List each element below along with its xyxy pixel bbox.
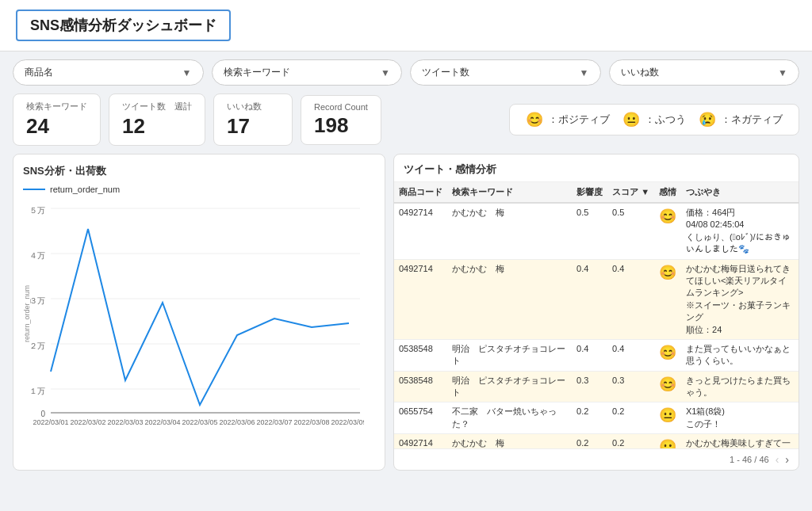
chart-container: ５万 ４万 ３万 ２万 １万 0 return_order_num — [23, 199, 375, 452]
sentiment-icon: 😊 — [659, 265, 676, 280]
stat-value: 24 — [26, 114, 87, 139]
cell-keyword: かむかむ 梅 — [447, 259, 572, 339]
stat-value: 17 — [227, 114, 279, 139]
filter-tweet-count[interactable]: ツイート数▼ — [410, 59, 601, 86]
stat-label: Record Count — [314, 102, 368, 112]
legend-item-negative: 😢：ネガティブ — [699, 111, 783, 128]
svg-text:2022/03/02: 2022/03/02 — [70, 418, 105, 426]
header: SNS感情分析ダッシュボード — [0, 0, 812, 51]
cell-code: 0492714 — [394, 259, 447, 339]
legend-item-label: ：ポジティブ — [548, 112, 610, 127]
stat-card-keyword-count: 検索キーワード24 — [13, 93, 101, 146]
svg-text:５万: ５万 — [29, 206, 45, 215]
cell-sentiment: 😐 — [654, 434, 681, 448]
svg-text:2022/03/06: 2022/03/06 — [219, 418, 255, 426]
cell-sentiment: 😊 — [654, 259, 681, 339]
cell-tweet: また買ってもいいかなぁと思うくらい。 — [681, 339, 799, 371]
cell-code: 0655754 — [394, 402, 447, 434]
smiley-negative-icon: 😢 — [699, 111, 716, 128]
stat-label: 検索キーワード — [26, 101, 87, 112]
cell-sentiment: 😊 — [654, 203, 681, 259]
svg-text:2022/03/04: 2022/03/04 — [144, 418, 180, 426]
svg-text:2022/03/09: 2022/03/09 — [331, 418, 364, 426]
cell-impact: 0.3 — [572, 371, 607, 402]
stat-value: 12 — [122, 114, 192, 139]
pagination-info: 1 - 46 / 46 — [730, 455, 769, 464]
table-row: 0538548 明治 ピスタチオチョコレート 0.4 0.4 😊 また買ってもい… — [394, 339, 799, 371]
sentiment-icon: 😊 — [659, 345, 676, 360]
cell-code: 0492714 — [394, 203, 447, 259]
filter-like-count[interactable]: いいね数▼ — [609, 59, 800, 86]
stats-row: 検索キーワード24ツイート数 週計12いいね数17Record Count198… — [0, 93, 812, 146]
table-title: ツイート・感情分析 — [394, 154, 799, 182]
col-header-keyword: 検索キーワード — [447, 182, 572, 203]
legend-item-label: ：ネガティブ — [721, 112, 783, 127]
svg-text:2022/03/07: 2022/03/07 — [256, 418, 292, 426]
cell-impact: 0.4 — [572, 339, 607, 371]
dropdown-arrow-icon: ▼ — [182, 67, 192, 78]
cell-tweet: かむかむ梅毎日送られてきてほしい<楽天リアルタイムランキング> ※スイーツ・お菓… — [681, 259, 799, 339]
table-scroll[interactable]: 商品コード 検索キーワード 影響度 スコア ▼ 感情 つぶやき 0492714 … — [394, 182, 799, 448]
svg-text:0: 0 — [40, 410, 45, 418]
cell-sentiment: 😐 — [654, 402, 681, 434]
legend-item-label: ：ふつう — [645, 112, 686, 127]
sentiment-icon: 😐 — [659, 407, 676, 423]
cell-code: 0492714 — [394, 434, 447, 448]
sentiment-icon: 😊 — [659, 208, 676, 224]
cell-score: 0.2 — [607, 434, 654, 448]
dashboard: SNS感情分析ダッシュボード 商品名▼検索キーワード▼ツイート数▼いいね数▼ 検… — [0, 0, 812, 511]
cell-score: 0.2 — [607, 402, 654, 434]
cell-keyword: 明治 ピスタチオチョコレート — [447, 371, 572, 402]
col-header-sentiment: 感情 — [654, 182, 681, 203]
filter-label: いいね数 — [621, 66, 659, 79]
cell-code: 0538548 — [394, 339, 447, 371]
legend-label: return_order_num — [50, 185, 120, 194]
svg-text:４万: ４万 — [29, 251, 45, 260]
cell-tweet: 価格：464円 04/08 02:45:04 くしゅり、(ﾟoﾚﾞ)/におきゅい… — [681, 203, 799, 259]
chart-panel: SNS分析・出荷数 return_order_num ５万 ４万 ３万 ２万 １… — [13, 154, 385, 471]
table-row: 0492714 かむかむ 梅 0.2 0.2 😐 かむかむ梅美味しすぎて一気に1… — [394, 434, 799, 448]
table-footer: 1 - 46 / 46 ‹ › — [394, 448, 799, 470]
col-header-impact: 影響度 — [572, 182, 607, 203]
stat-card-like-count: いいね数17 — [213, 93, 293, 146]
filter-label: 検索キーワード — [224, 66, 290, 79]
cell-score: 0.5 — [607, 203, 654, 259]
smiley-neutral-icon: 😐 — [622, 111, 640, 128]
sentiment-icon: 😐 — [659, 439, 676, 448]
cell-tweet: X1箱(8袋) この子！ — [681, 402, 799, 434]
dropdown-arrow-icon: ▼ — [580, 67, 589, 78]
cell-score: 0.4 — [607, 259, 654, 339]
legend-item-positive: 😊：ポジティブ — [526, 111, 610, 128]
table-row: 0492714 かむかむ 梅 0.4 0.4 😊 かむかむ梅毎日送られてきてほし… — [394, 259, 799, 339]
prev-page-button[interactable]: ‹ — [776, 453, 779, 466]
sentiment-icon: 😊 — [659, 376, 676, 392]
legend-line-color — [23, 189, 45, 190]
stat-value: 198 — [314, 113, 368, 138]
next-page-button[interactable]: › — [785, 453, 789, 466]
cell-impact: 0.2 — [572, 434, 607, 448]
main-content: SNS分析・出荷数 return_order_num ５万 ４万 ３万 ２万 １… — [0, 154, 812, 471]
table-row: 0538548 明治 ピスタチオチョコレート 0.3 0.3 😊 きっと見つけた… — [394, 371, 799, 402]
cell-keyword: 明治 ピスタチオチョコレート — [447, 339, 572, 371]
filter-product-name[interactable]: 商品名▼ — [13, 59, 204, 86]
dropdown-arrow-icon: ▼ — [381, 67, 390, 78]
cell-impact: 0.2 — [572, 402, 607, 434]
col-header-tweet: つぶやき — [681, 182, 799, 203]
stat-label: いいね数 — [227, 101, 279, 112]
svg-text:２万: ２万 — [29, 341, 45, 350]
cell-keyword: かむかむ 梅 — [447, 203, 572, 259]
col-header-score[interactable]: スコア ▼ — [607, 182, 654, 203]
svg-text:2022/03/08: 2022/03/08 — [293, 418, 329, 426]
cell-tweet: かむかむ梅美味しすぎて一気に1袋食べてしまう。 — [681, 434, 799, 448]
stat-label: ツイート数 週計 — [122, 101, 192, 112]
chart-line — [51, 229, 349, 405]
stat-card-record-count: Record Count198 — [301, 95, 381, 145]
cell-impact: 0.4 — [572, 259, 607, 339]
cell-score: 0.4 — [607, 339, 654, 371]
chart-legend: return_order_num — [23, 185, 375, 194]
svg-text:2022/03/03: 2022/03/03 — [107, 418, 143, 426]
page-title: SNS感情分析ダッシュボード — [16, 10, 231, 41]
svg-text:2022/03/01: 2022/03/01 — [33, 418, 68, 426]
filter-search-keyword[interactable]: 検索キーワード▼ — [212, 59, 403, 86]
sentiment-legend: 😊：ポジティブ😐：ふつう😢：ネガティブ — [509, 104, 799, 135]
